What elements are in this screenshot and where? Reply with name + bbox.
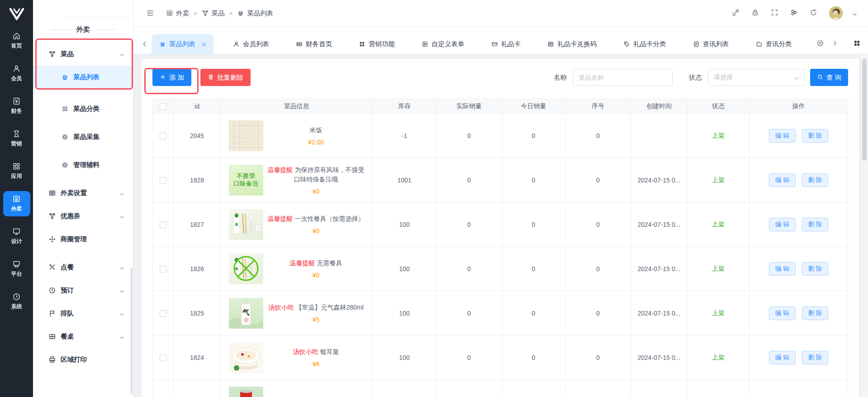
platform-icon	[12, 260, 21, 268]
search-button[interactable]: 查 询	[810, 69, 848, 86]
tab-gift-card-categories[interactable]: 礼品卡分类	[621, 34, 669, 54]
user-menu[interactable]	[829, 6, 856, 20]
edit-button[interactable]: 编 辑	[769, 306, 796, 320]
rail-item-platform[interactable]: 平台	[3, 256, 30, 282]
page-scrollbar[interactable]	[860, 54, 868, 397]
delete-button[interactable]: 删 除	[802, 173, 829, 187]
tab-gift-card-codes[interactable]: 礼品卡兑换码	[545, 34, 599, 54]
refresh-icon[interactable]	[810, 9, 817, 18]
dish-id-cell: 1826	[174, 247, 221, 291]
share-link-icon[interactable]	[732, 9, 740, 18]
rail-item-apps[interactable]: 应用	[3, 158, 30, 184]
seq-cell	[565, 380, 631, 397]
apps-icon	[12, 162, 21, 171]
delete-button[interactable]: 删 除	[802, 351, 829, 364]
sidebar-item-dining-table[interactable]: 餐桌	[33, 325, 133, 348]
dish-name-input[interactable]	[573, 69, 673, 86]
tab-label: 财务首页	[306, 40, 332, 48]
sidebar-item-reservation[interactable]: 预订	[33, 279, 133, 301]
dish-tag: 温馨提醒	[268, 166, 293, 173]
delete-button[interactable]: 删 除	[802, 306, 829, 320]
sidebar-item-dish-category[interactable]: 菜品分类	[33, 97, 133, 120]
select-all-checkbox[interactable]	[160, 103, 166, 110]
sidebar-item-dish-list[interactable]: 菜品列表	[33, 66, 133, 88]
breadcrumb-item-takeout[interactable]: 外卖	[166, 9, 189, 18]
tab-member-list[interactable]: 会员列表	[231, 34, 271, 54]
column-header: 序号	[565, 99, 631, 114]
breadcrumb-item-dish-list[interactable]: 菜品列表	[237, 9, 273, 18]
status-cell: 上架	[688, 335, 749, 380]
created-time-cell: 2024-07-15 0...	[631, 291, 688, 335]
rail-item-design[interactable]: 设计	[3, 224, 30, 249]
add-button[interactable]: 添 加	[152, 69, 191, 86]
rail-item-system[interactable]: 系统	[3, 289, 30, 314]
close-tab-icon[interactable]	[200, 41, 206, 47]
select-cell	[153, 291, 174, 335]
sidebar-item-coupons[interactable]: 优惠券	[33, 205, 133, 227]
edit-button[interactable]: 编 辑	[769, 129, 796, 143]
edit-button[interactable]: 编 辑	[769, 351, 796, 364]
row-checkbox[interactable]	[160, 354, 166, 361]
delete-button[interactable]: 删 除	[802, 218, 829, 231]
tab-options-icon[interactable]	[816, 39, 824, 49]
dish-name: 无需餐具	[317, 259, 342, 267]
row-checkbox[interactable]	[160, 266, 166, 273]
status-select[interactable]: 请选择	[708, 69, 805, 86]
breadcrumb-item-dishes[interactable]: 菜品	[202, 9, 225, 18]
table-row: 汤饮小吃 畅饮罐装可乐（常温）	[153, 380, 848, 397]
lock-icon[interactable]	[751, 9, 759, 18]
edit-button[interactable]: 编 辑	[769, 173, 796, 187]
sidebar-item-ordering[interactable]: 点餐	[33, 256, 133, 278]
sidebar-title-text: 外卖	[76, 25, 90, 34]
dish-id-cell: 2045	[174, 114, 221, 158]
tab-scroll-right-icon[interactable]	[831, 39, 839, 49]
rail-item-home[interactable]: 首页	[3, 28, 30, 53]
sidebar-item-business-district[interactable]: 商圈管理	[33, 228, 133, 250]
chevron-left-icon	[141, 40, 149, 48]
row-checkbox[interactable]	[160, 177, 166, 184]
app-logo[interactable]	[0, 0, 33, 28]
column-header: 今日销量	[502, 99, 565, 114]
rail-item-marketing[interactable]: 营销	[3, 126, 30, 151]
row-checkbox[interactable]	[160, 133, 166, 139]
theme-icon[interactable]	[790, 9, 798, 18]
dish-price: ¥2.00	[266, 139, 366, 146]
tab-gift-cards[interactable]: 礼品卡	[489, 34, 523, 54]
select-cell	[153, 202, 174, 247]
sidebar-item-dish-collect[interactable]: 菜品采集	[33, 125, 133, 148]
delete-button[interactable]: 删 除	[802, 129, 829, 143]
edit-button[interactable]: 编 辑	[769, 218, 796, 231]
tab-news-list[interactable]: 资讯列表	[691, 34, 731, 54]
row-checkbox[interactable]	[160, 221, 166, 228]
dish-price: ¥6	[266, 360, 366, 368]
rail-item-finance[interactable]: 财务	[3, 93, 30, 119]
sidebar-item-queue[interactable]: 排队	[33, 302, 133, 325]
tab-custom-forms[interactable]: 自定义表单	[419, 34, 467, 54]
sidebar-item-manage-accessories[interactable]: 管理辅料	[33, 153, 133, 176]
sidebar-scrollbar[interactable]	[131, 268, 133, 394]
sidebar-item-dishes[interactable]: 菜品	[33, 43, 133, 65]
tab-news-categories[interactable]: 资讯分类	[754, 34, 794, 54]
dish-name: 银耳羹	[320, 348, 339, 355]
rail-item-takeout[interactable]: 外卖	[3, 191, 30, 216]
tab-dish-list[interactable]: 菜品列表	[152, 34, 213, 54]
nodes-icon	[48, 50, 56, 58]
sidebar-item-area-print[interactable]: 区域打印	[33, 348, 133, 371]
printer-icon	[48, 356, 56, 364]
tab-marketing-functions[interactable]: 营销功能	[356, 34, 397, 54]
app-grid-icon[interactable]	[853, 39, 861, 49]
fullscreen-icon[interactable]	[771, 9, 778, 18]
collapse-sidebar-icon[interactable]	[146, 9, 154, 17]
row-checkbox[interactable]	[160, 310, 166, 317]
rail-item-member[interactable]: 会员	[3, 61, 30, 86]
sidebar-item-label: 点餐	[61, 263, 74, 272]
table-row: 1824 汤饮小吃 银耳羹 ¥6 100 0 0 0 2024-07-15 0.…	[153, 335, 848, 380]
sidebar-item-takeout-settings[interactable]: 外卖设置	[33, 182, 133, 204]
tab-finance-home[interactable]: 财务首页	[294, 34, 334, 54]
tab-scroll-left-icon[interactable]	[141, 34, 149, 54]
batch-delete-button[interactable]: 批量删除	[200, 69, 251, 86]
edit-button[interactable]: 编 辑	[769, 262, 796, 276]
delete-button[interactable]: 删 除	[802, 262, 829, 276]
dish-price: ¥0	[266, 272, 366, 279]
seq-cell: 0	[565, 114, 631, 158]
